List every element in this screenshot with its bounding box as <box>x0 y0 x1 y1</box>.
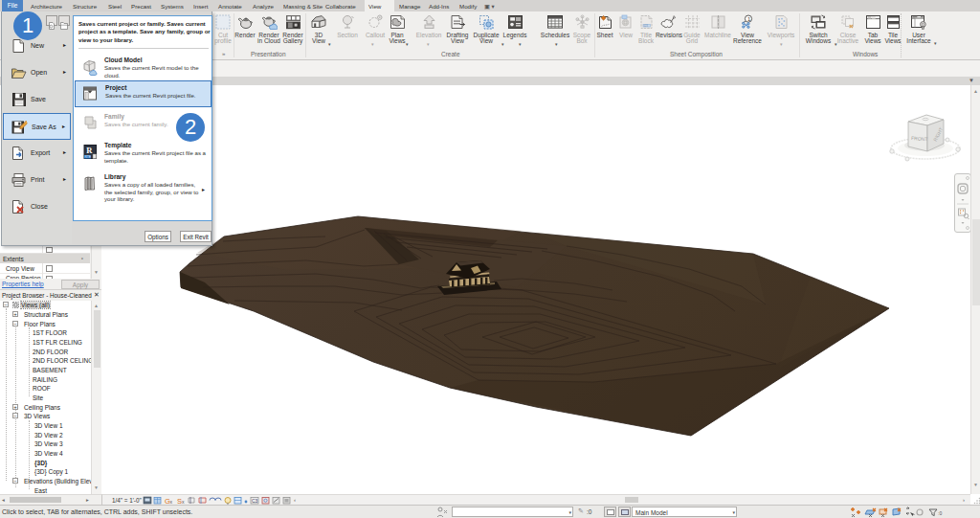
svg-text:x: x <box>182 499 185 505</box>
svg-text:FRONT: FRONT <box>911 135 928 142</box>
svg-text:RTE: RTE <box>85 155 91 159</box>
svg-text:C3: C3 <box>252 498 258 504</box>
svg-text:R: R <box>86 146 93 155</box>
svg-text:023: 023 <box>643 24 648 28</box>
svg-text:x: x <box>170 499 173 505</box>
svg-text::0: :0 <box>938 510 942 516</box>
